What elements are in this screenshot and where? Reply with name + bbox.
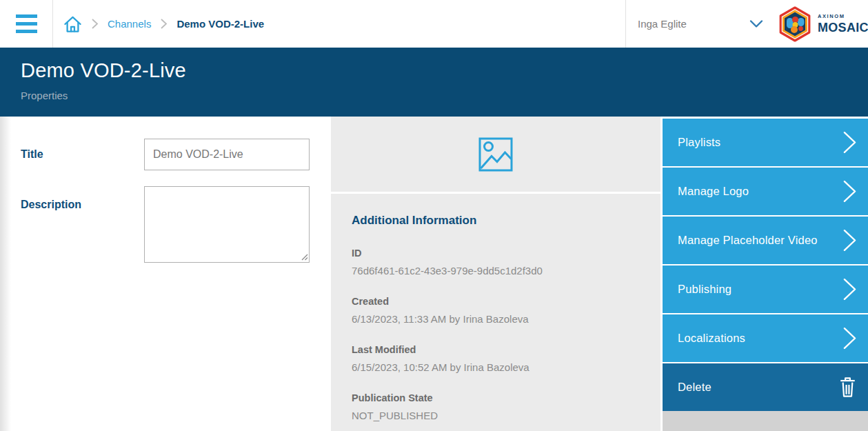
topbar-spacer bbox=[264, 0, 625, 48]
breadcrumb-separator-icon bbox=[91, 18, 99, 30]
title-input[interactable] bbox=[144, 139, 310, 170]
description-input[interactable] bbox=[144, 186, 310, 263]
content: Title Description bbox=[0, 117, 868, 431]
field-value: 76d6f461-61c2-43e3-979e-9dd5c1d2f3d0 bbox=[352, 265, 640, 277]
field-last-modified: Last Modified 6/15/2023, 10:52 AM by Iri… bbox=[352, 344, 640, 373]
field-label: Publication State bbox=[352, 392, 640, 403]
topbar: Channels Demo VOD-2-Live Inga Eglite bbox=[0, 0, 868, 48]
chevron-right-icon bbox=[842, 326, 857, 350]
action-publishing[interactable]: Publishing bbox=[663, 264, 868, 313]
sidebar-footer bbox=[663, 411, 868, 431]
resize-handle-icon[interactable] bbox=[300, 252, 308, 261]
action-label: Publishing bbox=[678, 283, 731, 296]
channel-image-placeholder bbox=[331, 117, 660, 194]
breadcrumb: Channels Demo VOD-2-Live bbox=[53, 0, 264, 48]
chevron-right-icon bbox=[842, 277, 857, 301]
breadcrumb-current: Demo VOD-2-Live bbox=[176, 18, 264, 30]
brand-name-bottom: MOSAIC bbox=[818, 21, 868, 34]
home-icon[interactable] bbox=[63, 15, 82, 33]
action-playlists[interactable]: Playlists bbox=[663, 119, 868, 166]
field-value: 6/13/2023, 11:33 AM by Irina Bazoleva bbox=[352, 313, 640, 325]
additional-info-heading: Additional Information bbox=[352, 214, 640, 228]
action-label: Manage Placeholder Video bbox=[678, 234, 818, 247]
description-label: Description bbox=[0, 199, 144, 211]
action-manage-logo[interactable]: Manage Logo bbox=[663, 166, 868, 215]
title-label: Title bbox=[0, 148, 144, 161]
user-name: Inga Eglite bbox=[638, 18, 687, 30]
field-label: Last Modified bbox=[352, 344, 640, 355]
field-value: NOT_PUBLISHED bbox=[352, 410, 640, 421]
field-publication-state: Publication State NOT_PUBLISHED bbox=[352, 392, 640, 421]
chevron-right-icon bbox=[842, 228, 857, 252]
description-textarea-wrap bbox=[144, 186, 310, 263]
app-root: Channels Demo VOD-2-Live Inga Eglite bbox=[0, 0, 868, 431]
breadcrumb-channels-link[interactable]: Channels bbox=[108, 18, 151, 30]
field-label: ID bbox=[352, 248, 640, 259]
action-label: Playlists bbox=[678, 136, 720, 149]
description-field-row: Description bbox=[0, 186, 331, 263]
page-header: Demo VOD-2-Live Properties bbox=[0, 48, 868, 117]
actions-sidebar: Playlists Manage Logo Manage Placeholder… bbox=[660, 117, 868, 431]
brand-logo: AXINOM MOSAIC bbox=[777, 0, 868, 48]
chevron-down-icon bbox=[749, 19, 763, 28]
chevron-right-icon bbox=[842, 179, 857, 203]
action-manage-placeholder-video[interactable]: Manage Placeholder Video bbox=[663, 215, 868, 264]
details-panel: Additional Information ID 76d6f461-61c2-… bbox=[331, 117, 660, 431]
action-localizations[interactable]: Localizations bbox=[663, 313, 868, 362]
menu-icon bbox=[16, 14, 37, 33]
chevron-right-icon bbox=[842, 130, 857, 154]
action-label: Manage Logo bbox=[678, 185, 749, 198]
field-id: ID 76d6f461-61c2-43e3-979e-9dd5c1d2f3d0 bbox=[352, 248, 640, 277]
mosaic-logo-icon bbox=[777, 5, 813, 43]
brand-name-top: AXINOM bbox=[818, 14, 868, 19]
menu-button[interactable] bbox=[0, 0, 53, 48]
field-created: Created 6/13/2023, 11:33 AM by Irina Baz… bbox=[352, 296, 640, 325]
trash-icon bbox=[838, 377, 857, 398]
title-field-row: Title bbox=[0, 139, 331, 170]
page-subtitle: Properties bbox=[21, 90, 868, 101]
action-label: Delete bbox=[678, 381, 711, 394]
action-delete[interactable]: Delete bbox=[663, 362, 868, 411]
breadcrumb-separator-icon bbox=[160, 18, 168, 30]
field-label: Created bbox=[352, 296, 640, 307]
action-label: Localizations bbox=[678, 332, 745, 345]
field-value: 6/15/2023, 10:52 AM by Irina Bazoleva bbox=[352, 361, 640, 373]
image-placeholder-icon bbox=[478, 137, 513, 172]
brand-wordmark: AXINOM MOSAIC bbox=[818, 14, 868, 34]
properties-form: Title Description bbox=[0, 117, 331, 431]
additional-information: Additional Information ID 76d6f461-61c2-… bbox=[331, 194, 660, 421]
page-title: Demo VOD-2-Live bbox=[21, 59, 868, 82]
user-menu[interactable]: Inga Eglite bbox=[625, 0, 777, 48]
